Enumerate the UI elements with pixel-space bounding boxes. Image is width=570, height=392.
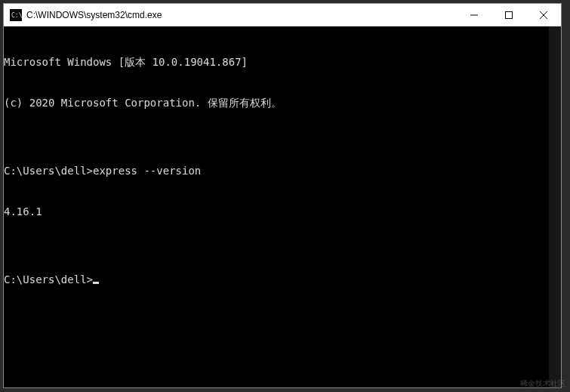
watermark: 稀金技术社区: [520, 378, 565, 389]
cursor: [93, 282, 99, 284]
minimize-button[interactable]: [457, 4, 491, 26]
close-button[interactable]: [526, 4, 561, 26]
titlebar[interactable]: C:\ C:\WINDOWS\system32\cmd.exe: [4, 4, 561, 26]
window-title: C:\WINDOWS\system32\cmd.exe: [26, 10, 457, 20]
svg-rect-4: [506, 11, 513, 18]
terminal-line: C:\Users\dell>express --version: [4, 164, 561, 177]
cmd-icon: C:\: [10, 9, 22, 21]
terminal-prompt-line: C:\Users\dell>: [4, 273, 561, 286]
cmd-window: C:\ C:\WINDOWS\system32\cmd.exe Microsof…: [3, 3, 562, 388]
terminal-line: (c) 2020 Microsoft Corporation. 保留所有权利。: [4, 96, 561, 110]
terminal-area[interactable]: Microsoft Windows [版本 10.0.19041.867] (c…: [4, 26, 561, 387]
terminal-prompt: C:\Users\dell>: [4, 273, 93, 286]
maximize-button[interactable]: [491, 4, 526, 26]
terminal-line: 4.16.1: [4, 205, 561, 218]
terminal-line: Microsoft Windows [版本 10.0.19041.867]: [4, 55, 561, 69]
window-controls: [457, 4, 561, 26]
scrollbar[interactable]: [549, 26, 561, 387]
svg-text:C:\: C:\: [11, 12, 22, 19]
